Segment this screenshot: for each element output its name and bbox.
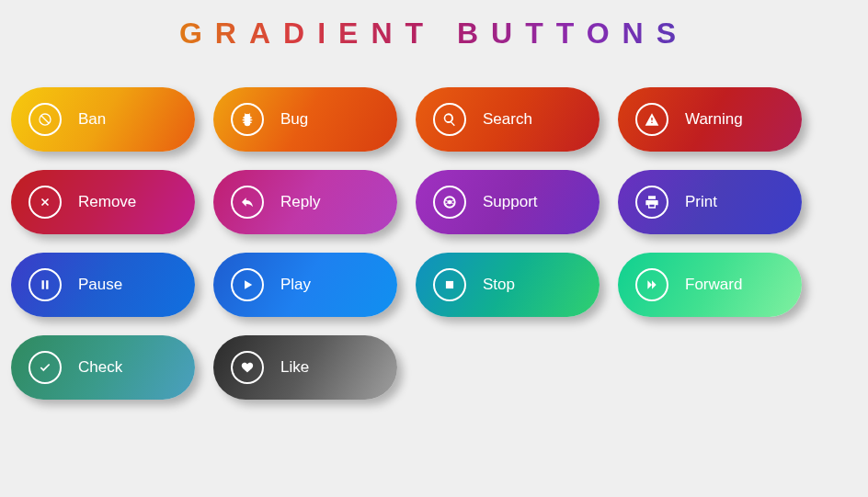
warning-label: Warning <box>685 110 743 129</box>
stop-button[interactable]: Stop <box>416 253 600 317</box>
forward-button[interactable]: Forward <box>618 253 802 317</box>
remove-label: Remove <box>78 193 136 211</box>
print-button[interactable]: Print <box>618 170 802 234</box>
bug-icon <box>231 103 264 136</box>
search-button[interactable]: Search <box>416 87 600 152</box>
reply-label: Reply <box>280 193 320 211</box>
print-icon <box>635 186 668 219</box>
support-label: Support <box>483 193 538 211</box>
support-icon <box>433 186 466 219</box>
like-label: Like <box>280 358 309 377</box>
search-icon <box>433 103 466 136</box>
bug-label: Bug <box>280 110 308 129</box>
warning-button[interactable]: Warning <box>618 87 802 152</box>
support-button[interactable]: Support <box>416 170 600 234</box>
forward-icon <box>635 268 668 301</box>
ban-button[interactable]: Ban <box>11 87 195 152</box>
ban-icon <box>29 103 62 136</box>
pause-icon <box>29 268 62 301</box>
play-label: Play <box>280 276 311 294</box>
stop-label: Stop <box>483 276 515 294</box>
print-label: Print <box>685 193 717 211</box>
reply-button[interactable]: Reply <box>213 170 397 234</box>
pause-label: Pause <box>78 276 122 294</box>
page-title: GRADIENT BUTTONS <box>0 0 868 51</box>
reply-icon <box>231 186 264 219</box>
check-button[interactable]: Check <box>11 335 195 400</box>
pause-button[interactable]: Pause <box>11 253 195 317</box>
buttons-grid: Ban Bug Search Warning Remove Reply <box>0 51 868 400</box>
ban-label: Ban <box>78 110 106 129</box>
search-label: Search <box>483 110 532 129</box>
play-icon <box>231 268 264 301</box>
play-button[interactable]: Play <box>213 253 397 317</box>
forward-label: Forward <box>685 276 742 294</box>
like-icon <box>231 351 264 384</box>
warning-icon <box>635 103 668 136</box>
remove-icon <box>29 186 62 219</box>
check-icon <box>29 351 62 384</box>
remove-button[interactable]: Remove <box>11 170 195 234</box>
check-label: Check <box>78 358 122 377</box>
stop-icon <box>433 268 466 301</box>
bug-button[interactable]: Bug <box>213 87 397 152</box>
like-button[interactable]: Like <box>213 335 397 400</box>
